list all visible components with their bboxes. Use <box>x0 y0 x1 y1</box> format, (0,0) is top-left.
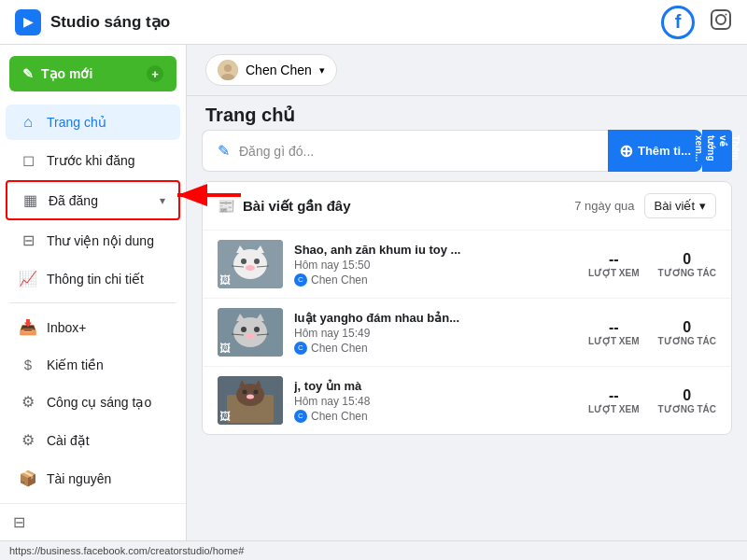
sidebar-item-thu-vien[interactable]: ⊟ Thư viện nội dung <box>6 222 180 259</box>
add-post-icon: ⊕ <box>619 141 633 161</box>
status-url: https://business.facebook.com/creatorstu… <box>9 545 244 556</box>
post-time-3: Hôm nay 15:48 <box>294 395 577 408</box>
stat-views-value-3: -- <box>588 387 640 404</box>
topbar-left: ▶ Studio sáng tạo <box>15 9 170 35</box>
nav-label-thong-tin: Thông tin chi tiết <box>47 272 144 287</box>
nav-label-cai-dat: Cài đặt <box>47 433 90 448</box>
post-edit-icon: ✎ <box>218 142 230 160</box>
post-title-2: luật yangho đám nhau bản... <box>294 311 577 325</box>
topbar: ▶ Studio sáng tạo f <box>0 0 747 45</box>
post-author-name-2: Chen Chen <box>311 342 368 355</box>
plus-dot: + <box>147 65 163 82</box>
inbox-icon: 📥 <box>19 318 37 336</box>
nav-label-kiem-tien: Kiếm tiền <box>47 357 104 372</box>
add-post-button[interactable]: ⊕ Thêm ti... <box>608 130 702 172</box>
sidebar-item-kiem-tien[interactable]: $ Kiếm tiền <box>6 347 180 382</box>
sidebar-nav: ⌂ Trang chủ ◻ Trước khi đăng ▦ Đã đăng ▾… <box>0 103 186 503</box>
stat-interactions-label-3: TƯƠNG TÁC <box>658 404 716 414</box>
app-wrapper: ▶ Studio sáng tạo f ✎ Tạo mới + <box>0 0 747 560</box>
facebook-icon[interactable]: f <box>661 6 695 39</box>
days-label: 7 ngày qua <box>574 199 634 213</box>
post-thumb-wrap-3: 🖼 <box>218 376 283 425</box>
card-header: 📰 Bài viết gần đây 7 ngày qua Bài viết ▾ <box>203 182 731 231</box>
right-panel: Chen Chen ▾ Trang chủ ✎ Đăng gì đó... <box>187 45 747 540</box>
filter-button[interactable]: Bài viết ▾ <box>644 193 716 218</box>
sidebar-item-inbox[interactable]: 📥 Inbox+ <box>6 309 180 345</box>
post-time-1: Hôm nay 15:50 <box>294 259 577 272</box>
sidebar-item-truoc-khi-dang[interactable]: ◻ Trước khi đăng <box>6 142 180 178</box>
card-header-right: 7 ngày qua Bài viết ▾ <box>574 193 716 218</box>
svg-rect-0 <box>712 10 730 29</box>
post-box[interactable]: ✎ Đăng gì đó... <box>202 130 608 172</box>
stat-views-label-1: LƯỢT XEM <box>588 268 640 278</box>
nav-label-tai-nguyen: Tài nguyên <box>47 471 111 486</box>
post-title-3: j, toy ủn mà <box>294 379 577 393</box>
post-title-1: Shao, anh zăn khum iu toy ... <box>294 243 577 257</box>
svg-point-31 <box>247 395 254 399</box>
sidebar-item-thong-tin[interactable]: 📈 Thông tin chi tiết <box>6 260 180 297</box>
svg-point-20 <box>254 327 260 332</box>
svg-point-29 <box>243 390 247 395</box>
add-post-label: Thêm ti... <box>638 144 691 158</box>
sidebar-item-trang-chu[interactable]: ⌂ Trang chủ <box>6 105 180 140</box>
stat-views-label-2: LƯỢT XEM <box>588 336 640 346</box>
stat-interactions-label-2: TƯƠNG TÁC <box>658 336 716 346</box>
sidebar-item-cong-cu[interactable]: ⚙ Công cụ sáng tạo <box>6 384 180 420</box>
account-pill[interactable]: Chen Chen ▾ <box>205 54 337 86</box>
analytics-icon: 📈 <box>19 270 37 287</box>
svg-point-9 <box>233 249 267 279</box>
stat-interactions-value-2: 0 <box>658 319 716 336</box>
post-stats-2: -- LƯỢT XEM 0 TƯƠNG TÁC <box>588 319 716 346</box>
posted-icon: ▦ <box>21 191 39 209</box>
stat-interactions-value-1: 0 <box>658 251 716 268</box>
post-author-name-1: Chen Chen <box>311 273 368 287</box>
create-label: Tạo mới <box>41 66 92 81</box>
app-logo: ▶ <box>15 9 41 35</box>
svg-point-19 <box>241 327 247 332</box>
post-item-3: 🖼 j, toy ủn mà Hôm nay 15:48 C Chen Chen <box>203 367 731 434</box>
svg-point-18 <box>233 317 267 347</box>
red-arrow-indicator <box>168 181 243 209</box>
post-author-avatar-1: C <box>294 273 307 287</box>
account-arrow: ▾ <box>319 64 325 77</box>
svg-point-11 <box>254 259 260 264</box>
card-title-text: Bài viết gần đây <box>243 198 351 215</box>
page-title: Trang chủ <box>205 104 728 126</box>
post-author-avatar-2: C <box>294 342 307 355</box>
library-icon: ⊟ <box>19 231 37 249</box>
them-panel[interactable]: Thêmvềtướngxem... <box>702 130 732 172</box>
settings-icon: ⚙ <box>19 431 37 449</box>
create-button[interactable]: ✎ Tạo mới + <box>9 56 176 91</box>
post-thumb-overlay-3: 🖼 <box>219 410 231 423</box>
tools-icon: ⚙ <box>19 393 37 411</box>
sidebar-item-tai-nguyen[interactable]: 📦 Tài nguyên <box>6 460 180 497</box>
post-item: 🖼 Shao, anh zăn khum iu toy ... Hôm nay … <box>203 231 731 299</box>
stat-views-value-1: -- <box>588 251 640 268</box>
svg-point-2 <box>726 13 727 15</box>
home-icon: ⌂ <box>19 114 37 131</box>
stat-interactions-label-1: TƯƠNG TÁC <box>658 268 716 278</box>
post-stats-1: -- LƯỢT XEM 0 TƯƠNG TÁC <box>588 251 716 278</box>
nav-label-cong-cu: Công cụ sáng tạo <box>47 395 151 410</box>
stat-views-label-3: LƯỢT XEM <box>588 404 640 414</box>
money-icon: $ <box>19 357 37 372</box>
stat-interactions-value-3: 0 <box>658 387 716 404</box>
post-info-1: Shao, anh zăn khum iu toy ... Hôm nay 15… <box>294 243 577 287</box>
post-thumb-overlay-2: 🖼 <box>219 342 231 355</box>
account-avatar <box>218 60 238 80</box>
post-box-row: ✎ Đăng gì đó... ⊕ Thêm ti... Thêmvềtướng… <box>202 130 732 172</box>
instagram-icon[interactable] <box>710 8 732 36</box>
post-author-avatar-3: C <box>294 410 307 423</box>
svg-point-1 <box>716 15 726 24</box>
nav-label-trang-chu: Trang chủ <box>47 115 106 130</box>
stat-views-value-2: -- <box>588 319 640 336</box>
sidebar: ✎ Tạo mới + ⌂ Trang chủ ◻ Trước khi đăng… <box>0 45 187 540</box>
account-name: Chen Chen <box>246 63 312 77</box>
sidebar-item-da-dang[interactable]: ▦ Đã đăng ▾ <box>6 180 180 220</box>
main-content: ✎ Đăng gì đó... ⊕ Thêm ti... Thêmvềtướng… <box>202 130 732 525</box>
status-bar: https://business.facebook.com/creatorstu… <box>0 540 747 560</box>
stat-interactions-3: 0 TƯƠNG TÁC <box>658 387 716 414</box>
sidebar-item-cai-dat[interactable]: ⚙ Cài đặt <box>6 422 180 458</box>
recent-posts-card: 📰 Bài viết gần đây 7 ngày qua Bài viết ▾ <box>202 181 732 435</box>
nav-label-da-dang: Đã đăng <box>49 193 98 208</box>
